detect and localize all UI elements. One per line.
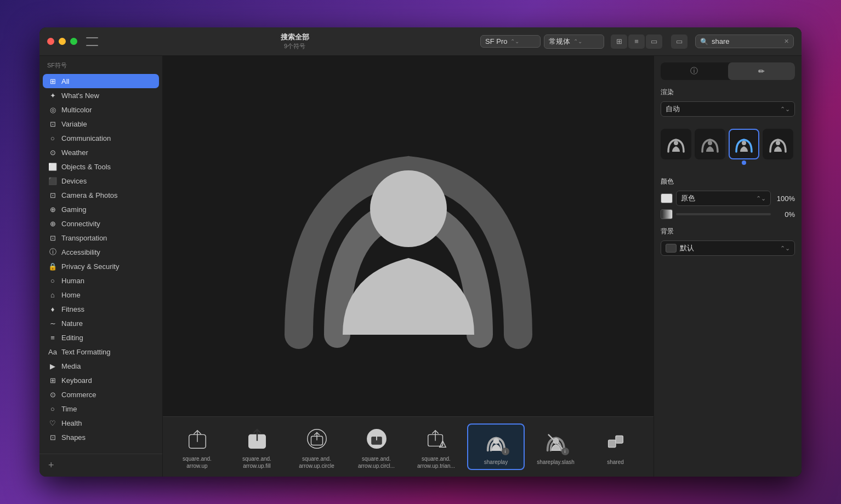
thumb-label: shared [607, 459, 624, 466]
sidebar-item-variable[interactable]: ⊡Variable [43, 117, 159, 131]
font-chevron-icon: ⌃⌄ [510, 38, 519, 44]
sidebar-item-home[interactable]: ⌂Home [43, 288, 159, 302]
thumb-shareplay-slash[interactable]: i shareplay.slash [527, 425, 584, 469]
list-view-button[interactable]: ≡ [628, 35, 645, 49]
pencil-icon: ✏ [758, 67, 765, 76]
sidebar-icon: ⌂ [48, 290, 57, 299]
thumb-square-arrow-up-circle[interactable]: square.and.arrow.up.circle [288, 421, 345, 473]
close-button[interactable] [47, 38, 54, 45]
bg-swatch [666, 244, 677, 253]
sidebar-icon: ▶ [48, 362, 57, 370]
svg-point-18 [776, 141, 780, 145]
sidebar-item-communication[interactable]: ○Communication [43, 131, 159, 145]
minimize-button[interactable] [59, 38, 66, 45]
sidebar-item-label: Human [61, 277, 84, 285]
sidebar-item-weather[interactable]: ⊙Weather [43, 145, 159, 159]
fullscreen-button[interactable] [70, 38, 77, 45]
sidebar-item-connectivity[interactable]: ⊕Connectivity [43, 216, 159, 231]
sidebar-icon: ⊡ [48, 233, 57, 242]
weight-selector[interactable]: 常规体 ⌃⌄ [544, 35, 604, 49]
sidebar-item-editing[interactable]: ≡Editing [43, 330, 159, 345]
svg-rect-12 [608, 440, 615, 447]
sidebar-item-multicolor[interactable]: ◎Multicolor [43, 102, 159, 117]
sidebar-icon: ⊕ [48, 219, 57, 228]
font-name: SF Pro [485, 37, 507, 45]
sidebar-item-accessibility[interactable]: ⓘAccessibility [43, 245, 159, 259]
thumbnail-strip: square.and.arrow.up square.and.arrow.up.… [163, 416, 654, 477]
sidebar-header: SF符号 [39, 56, 162, 73]
panel-tab-customize[interactable]: ✏ [728, 62, 795, 80]
sidebar-item-human[interactable]: ○Human [43, 273, 159, 288]
thumb-square-arrow-up[interactable]: square.and.arrow.up [168, 421, 226, 473]
thumb-square-arrow-up-fill[interactable]: square.and.arrow.up.fill [228, 421, 286, 473]
info-badge: i [502, 448, 509, 455]
thumb-square-arrow-up-circle-fill[interactable]: square.and.arrow.up.circl... [348, 421, 405, 473]
sidebar-item-label: Transportation [61, 234, 107, 242]
sidebar-icon: ∼ [48, 319, 57, 328]
search-input[interactable] [712, 37, 781, 45]
weight-name: 常规体 [549, 37, 570, 47]
sidebar-item-fitness[interactable]: ♦Fitness [43, 302, 159, 316]
sidebar-item-transportation[interactable]: ⊡Transportation [43, 231, 159, 245]
variant-thumb-4[interactable] [763, 129, 793, 159]
variant-thumb-2[interactable] [695, 129, 725, 159]
background-section: 背景 默认 ⌃⌄ [661, 227, 795, 256]
preview-area: square.and.arrow.up square.and.arrow.up.… [163, 56, 654, 477]
background-label: 背景 [661, 227, 795, 236]
sidebar-item-label: Variable [61, 120, 87, 128]
sidebar-item-devices[interactable]: ⬛Devices [43, 174, 159, 188]
sidebar-item-media[interactable]: ▶Media [43, 359, 159, 373]
sidebar-item-objects-tools[interactable]: ⬜Objects & Tools [43, 159, 159, 174]
sidebar-item-text-formatting[interactable]: AaText Formatting [43, 345, 159, 359]
detail-panel-toggle[interactable]: ▭ [671, 35, 687, 49]
sidebar-item-privacy-security[interactable]: 🔒Privacy & Security [43, 259, 159, 273]
info-badge: i [561, 448, 569, 455]
sidebar-toggle-button[interactable] [86, 37, 98, 46]
sidebar-item-shapes[interactable]: ⊡Shapes [43, 430, 159, 444]
gallery-view-button[interactable]: ▭ [646, 35, 662, 49]
thumb-shared[interactable]: shared [587, 425, 644, 469]
thumb-icon [422, 425, 451, 453]
sidebar-item-camera-photos[interactable]: ⊡Camera & Photos [43, 188, 159, 202]
add-category-button[interactable]: + [45, 459, 58, 472]
preview-main [163, 56, 654, 416]
font-selector[interactable]: SF Pro ⌃⌄ [480, 35, 541, 48]
sidebar-item-time[interactable]: ○Time [43, 402, 159, 416]
sidebar-icon: ⊡ [48, 191, 57, 199]
panel-tab-info[interactable]: ⓘ [661, 62, 728, 80]
sidebar-item-all[interactable]: ⊞All [43, 74, 159, 88]
background-select[interactable]: 默认 ⌃⌄ [661, 240, 795, 256]
sidebar-item-whats-new[interactable]: ✦What's New [43, 88, 159, 102]
variant-thumb-3[interactable] [729, 129, 759, 159]
sidebar-item-label: Home [61, 291, 81, 299]
view-buttons: ⊞ ≡ ▭ [611, 35, 662, 49]
sidebar-item-keyboard[interactable]: ⊞Keyboard [43, 373, 159, 387]
sidebar-icon: ⊙ [48, 148, 57, 157]
search-clear-button[interactable]: ✕ [784, 38, 789, 45]
grid-view-button[interactable]: ⊞ [611, 35, 627, 49]
sidebar-icon: Aa [48, 347, 57, 356]
opacity-slider[interactable] [676, 213, 771, 215]
sidebar-icon: ♡ [48, 419, 57, 427]
rendering-section: 渲染 自动 ⌃⌄ [661, 88, 795, 117]
svg-point-15 [674, 141, 678, 145]
sidebar-item-health[interactable]: ♡Health [43, 416, 159, 430]
toolbar-controls: SF Pro ⌃⌄ 常规体 ⌃⌄ ⊞ ≡ ▭ ▭ 🔍 ✕ [480, 35, 794, 49]
thumb-icon [183, 425, 212, 453]
rendering-label: 渲染 [661, 88, 795, 97]
sidebar-icon: ○ [48, 276, 57, 285]
thumb-label: square.and.arrow.up [183, 455, 212, 469]
window-subtitle: 9个符号 [281, 42, 309, 50]
sidebar-item-nature[interactable]: ∼Nature [43, 316, 159, 330]
search-icon: 🔍 [700, 38, 708, 45]
thumb-icon [303, 425, 331, 453]
sidebar-item-gaming[interactable]: ⊕Gaming [43, 202, 159, 216]
thumb-square-arrow-up-triangle[interactable]: square.and.arrow.up.trian... [407, 421, 465, 473]
variant-thumb-1[interactable] [661, 129, 691, 159]
sidebar-icon: ⊞ [48, 376, 57, 385]
sidebar-item-commerce[interactable]: ⊙Commerce [43, 387, 159, 402]
rendering-select[interactable]: 自动 ⌃⌄ [661, 101, 795, 117]
color-select[interactable]: 原色 ⌃⌄ [676, 191, 771, 206]
thumb-shareplay[interactable]: i shareplay [467, 423, 525, 470]
color-row: 原色 ⌃⌄ 100% [661, 191, 795, 206]
